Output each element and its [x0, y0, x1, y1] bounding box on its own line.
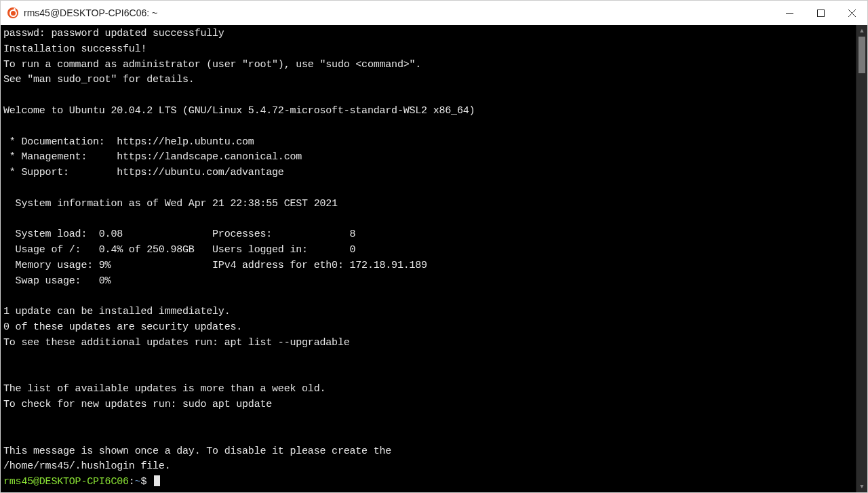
window-controls [774, 1, 867, 25]
window-titlebar[interactable]: rms45@DESKTOP-CPI6C06: ~ [1, 1, 867, 25]
terminal-output[interactable]: passwd: password updated successfully In… [1, 25, 856, 492]
cursor [154, 475, 160, 486]
window-title: rms45@DESKTOP-CPI6C06: ~ [24, 7, 157, 18]
content-area: passwd: password updated successfully In… [1, 25, 867, 492]
close-button[interactable] [836, 1, 867, 25]
minimize-button[interactable] [774, 1, 805, 25]
close-icon [848, 9, 856, 17]
maximize-button[interactable] [805, 1, 836, 25]
terminal-window: rms45@DESKTOP-CPI6C06: ~ passwd: passwor… [0, 0, 868, 493]
scroll-down-button[interactable]: ▼ [856, 481, 867, 492]
titlebar-left: rms45@DESKTOP-CPI6C06: ~ [7, 7, 157, 18]
maximize-icon [817, 9, 825, 17]
scrollbar[interactable]: ▲ ▼ [856, 25, 867, 492]
svg-rect-1 [817, 9, 824, 16]
scroll-up-button[interactable]: ▲ [856, 25, 867, 37]
scrollbar-track[interactable] [856, 37, 867, 481]
ubuntu-icon [7, 7, 18, 18]
minimize-icon [786, 9, 793, 17]
scrollbar-thumb[interactable] [859, 37, 865, 73]
